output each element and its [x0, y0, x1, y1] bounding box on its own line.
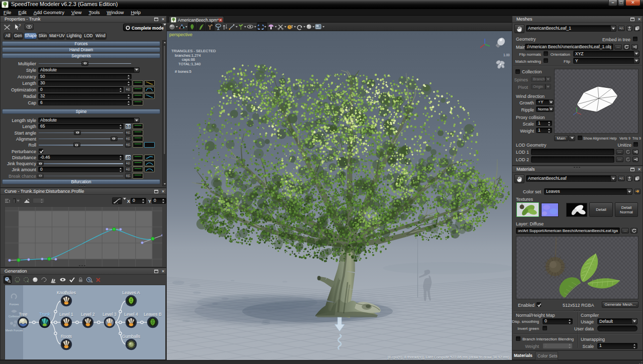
- material-selector[interactable]: AmericanBeechLeaf: [526, 175, 616, 182]
- season-clock-icon[interactable]: [287, 24, 296, 30]
- enabled-checkbox[interactable]: [537, 302, 541, 307]
- param-curve-jink-amount-1[interactable]: [144, 167, 155, 172]
- param-field-disturbance[interactable]: -0.46: [38, 155, 124, 160]
- gen-node-level-3[interactable]: Level 3Level 3: [102, 312, 117, 327]
- gen-node-roots[interactable]: RootsRoots: [61, 334, 72, 349]
- preview-lod-button[interactable]: Main: [554, 135, 568, 141]
- color-set-goto-button[interactable]: [634, 189, 640, 194]
- generation-panel-title[interactable]: Generation: [1, 268, 166, 275]
- y-field[interactable]: 0: [152, 198, 166, 204]
- usage-select[interactable]: Default: [597, 318, 637, 324]
- float-panel-icon[interactable]: [630, 18, 634, 21]
- new-growth-icon[interactable]: [238, 24, 246, 30]
- menu-file[interactable]: File: [0, 9, 15, 16]
- collection-checkbox[interactable]: [515, 69, 520, 74]
- param-field-jink-amount[interactable]: 0: [38, 167, 124, 172]
- lod1-browse-button[interactable]: ...: [616, 149, 623, 155]
- section-header-forces[interactable]: Forces: [2, 41, 160, 46]
- gen-node-knotholes[interactable]: KnotholesKnotholes: [57, 290, 76, 306]
- show-leaves-icon[interactable]: [188, 23, 196, 31]
- material-add-button[interactable]: [626, 176, 632, 181]
- param-curve-disturbance-1[interactable]: [144, 155, 155, 160]
- curve-type-arrow[interactable]: [123, 200, 126, 205]
- float-panel-icon[interactable]: [630, 168, 634, 171]
- param-curve-optimization-0[interactable]: [133, 87, 143, 92]
- properties-scrollbar[interactable]: [162, 40, 167, 186]
- param-slider-jink-frequency[interactable]: [39, 161, 123, 166]
- gen-node-level-1[interactable]: Level 1Level 1: [59, 312, 73, 327]
- close-panel-icon[interactable]: ✕: [161, 190, 165, 193]
- unitize-checkbox[interactable]: [633, 142, 638, 147]
- menu-view[interactable]: View: [68, 9, 85, 16]
- main-mesh-path-field[interactable]: in/Art Support/American Beech/AmericanBe…: [525, 44, 613, 50]
- resize-grip-icon[interactable]: [639, 361, 642, 364]
- magnet-snap-icon[interactable]: [257, 23, 267, 31]
- material-copy-button[interactable]: [634, 176, 640, 181]
- texture-path-field[interactable]: Head Revision/Art Support/American Beech…: [516, 227, 620, 234]
- lod2-export-button[interactable]: [632, 157, 638, 162]
- param-curve-alignment-0[interactable]: [133, 136, 143, 142]
- param-variance-value-length[interactable]: 5.0: [125, 124, 131, 129]
- focus-node-icon[interactable]: A: [86, 277, 93, 283]
- param-curve-length-1[interactable]: [144, 80, 155, 86]
- wind-widget[interactable]: [493, 57, 507, 71]
- growth-select[interactable]: +Y: [536, 99, 554, 105]
- hand-cards-icon[interactable]: [50, 277, 57, 283]
- material-plusminus-button[interactable]: +/-: [618, 176, 625, 181]
- material-grab-button[interactable]: [514, 174, 524, 183]
- display-mode-icon[interactable]: [169, 24, 178, 30]
- match-winding-checkbox[interactable]: [544, 58, 548, 63]
- param-variance-button-jink-amount[interactable]: +/-: [125, 167, 131, 172]
- maximize-button[interactable]: □: [618, 0, 624, 6]
- normal-texture-thumb[interactable]: [541, 203, 559, 217]
- curve-preset-select[interactable]: [13, 198, 21, 203]
- dashed-sel-icon[interactable]: [14, 277, 21, 283]
- main-reload-button[interactable]: [623, 44, 630, 50]
- mesh-selector[interactable]: AmericanBeechLeaf_1: [526, 25, 616, 32]
- param-curve-start-angle-0[interactable]: [133, 130, 143, 136]
- param-variance-button-roll[interactable]: +/-: [125, 142, 131, 148]
- param-variance-button-optimization[interactable]: +/-: [125, 87, 131, 92]
- material-sphere-icon[interactable]: [306, 24, 314, 30]
- section-header-bifurcation[interactable]: Bifurcation: [2, 179, 160, 184]
- section-header-hand-drawn[interactable]: Hand Drawn: [2, 47, 160, 52]
- mesh-add-button[interactable]: [626, 26, 632, 31]
- lod1-export-button[interactable]: [632, 149, 638, 155]
- edit-spine-icon[interactable]: [229, 24, 238, 30]
- param-slider-break-chance[interactable]: [39, 173, 123, 179]
- param-curve-radial-1[interactable]: [144, 93, 155, 99]
- generate-mesh-button[interactable]: Generate Mesh...: [602, 301, 638, 308]
- param-curve-jink-frequency-1[interactable]: [144, 161, 155, 166]
- menu-add-geometry[interactable]: Add Geometry: [30, 9, 68, 16]
- gen-node-level-2[interactable]: Level 2Level 2: [81, 312, 95, 327]
- param-field-accuracy[interactable]: 50: [38, 74, 132, 79]
- param-variance-button-jink-frequency[interactable]: +/-: [125, 161, 131, 166]
- mesh-preview[interactable]: [554, 69, 638, 134]
- dock-tab-color-sets[interactable]: Color Sets: [535, 351, 558, 360]
- disp-smoothing-field[interactable]: 0: [543, 318, 573, 324]
- param-checkbox-perturbance[interactable]: [39, 149, 43, 153]
- close-button[interactable]: ✕: [625, 0, 640, 6]
- curve-plot-area[interactable]: [5, 206, 163, 267]
- color-set-select[interactable]: Leaves: [544, 188, 632, 195]
- detail-texture-button[interactable]: Detail: [589, 202, 613, 217]
- proxy-weight-field[interactable]: 1: [536, 128, 552, 133]
- flip-select[interactable]: Y: [573, 58, 639, 64]
- show-fronds-icon[interactable]: [197, 23, 205, 31]
- menu-tools[interactable]: Tools: [85, 9, 103, 16]
- flip-normals-checkbox[interactable]: [544, 51, 548, 56]
- param-curve-radial-0[interactable]: [133, 93, 143, 99]
- param-variance-button-alignment[interactable]: +/-: [125, 136, 131, 142]
- param-field-cap[interactable]: 6: [38, 100, 132, 105]
- param-curve-disturbance-0[interactable]: [133, 155, 143, 160]
- x-field[interactable]: 0: [131, 198, 146, 204]
- alpha-texture-thumb[interactable]: [566, 203, 587, 217]
- float-panel-icon[interactable]: [154, 270, 158, 273]
- show-overlay-eye-icon[interactable]: [247, 24, 256, 30]
- param-field-length[interactable]: 30: [38, 80, 132, 86]
- param-curve-jink-amount-0[interactable]: [133, 167, 143, 172]
- embed-in-tree-checkbox[interactable]: [633, 37, 637, 41]
- orientation-select[interactable]: XYZ: [573, 51, 639, 57]
- gen-node-level-4[interactable]: Level 4Level 4: [124, 312, 138, 327]
- param-variance-button-break-chance[interactable]: +/-: [125, 173, 131, 179]
